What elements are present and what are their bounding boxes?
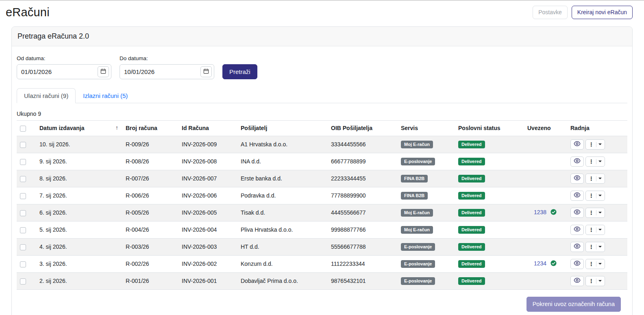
eye-icon	[574, 226, 581, 233]
row-menu-button[interactable]: ⋮	[585, 174, 605, 184]
column-header-date[interactable]: Datum izdavanja ↑	[36, 121, 122, 136]
service-badge: E-poslovanje	[401, 158, 435, 165]
row-checkbox[interactable]	[20, 244, 26, 250]
settings-button[interactable]: Postavke	[533, 6, 568, 19]
table-row: 4. sij 2026. R-003/26 INV-2026-003 HT d.…	[17, 238, 627, 255]
import-selected-button[interactable]: Pokreni uvoz označenih računa	[527, 297, 621, 312]
row-checkbox[interactable]	[20, 278, 26, 285]
column-header-invoice-id: Id Računa	[178, 121, 237, 136]
eye-icon	[574, 209, 581, 216]
eye-icon	[574, 261, 581, 267]
service-badge: E-poslovanje	[401, 277, 435, 285]
service-badge: E-poslovanje	[401, 260, 435, 268]
cell-date: 5. sij 2026.	[36, 221, 122, 238]
invoice-table-body: 10. sij 2026. R-009/26 INV-2026-009 A1 H…	[17, 136, 627, 289]
status-badge: Delivered	[458, 277, 485, 285]
cell-oib: 11122233344	[328, 255, 398, 272]
search-card-body: Od datuma: Do datuma:	[12, 46, 632, 315]
to-date-input-group	[120, 64, 214, 79]
view-button[interactable]	[570, 242, 584, 252]
column-header-actions: Radnja	[567, 121, 627, 136]
tab-outgoing-invoices[interactable]: Izlazni računi (5)	[76, 88, 135, 103]
menu-divider	[596, 261, 596, 267]
cell-service: E-poslovanje	[398, 272, 455, 289]
row-checkbox[interactable]	[20, 227, 26, 233]
cell-sender: Podravka d.d.	[237, 187, 328, 204]
cell-invoice-id: INV-2026-003	[178, 238, 237, 255]
cell-service: Moj E-račun	[398, 136, 455, 153]
cell-number: R-001/26	[122, 272, 178, 289]
menu-divider	[596, 227, 596, 232]
from-calendar-button[interactable]	[98, 66, 109, 77]
select-all-checkbox[interactable]	[20, 126, 26, 132]
status-badge: Delivered	[458, 192, 485, 200]
tab-incoming-invoices[interactable]: Ulazni računi (9)	[17, 88, 76, 103]
table-row: 7. sij 2026. R-006/26 INV-2026-006 Podra…	[17, 187, 627, 204]
row-menu-button[interactable]: ⋮	[585, 242, 605, 252]
cell-service: E-poslovanje	[398, 153, 455, 170]
row-menu-button[interactable]: ⋮	[585, 191, 605, 201]
to-date-input[interactable]	[120, 68, 200, 75]
row-checkbox[interactable]	[20, 193, 26, 199]
eye-icon	[574, 243, 581, 250]
row-menu-button[interactable]: ⋮	[585, 139, 605, 150]
view-button[interactable]	[570, 139, 584, 150]
status-badge: Delivered	[458, 209, 485, 217]
eye-icon	[574, 192, 581, 199]
cell-actions: ⋮	[567, 238, 627, 255]
sort-ascending-icon[interactable]: ↑	[115, 124, 118, 131]
row-checkbox[interactable]	[20, 210, 26, 216]
cell-invoice-id: INV-2026-001	[178, 272, 237, 289]
status-badge: Delivered	[458, 243, 485, 251]
cell-number: R-002/26	[122, 255, 178, 272]
row-checkbox[interactable]	[20, 261, 26, 267]
tabs: Ulazni računi (9) Izlazni računi (5)	[17, 88, 627, 103]
table-row: 3. sij 2026. R-002/26 INV-2026-002 Konzu…	[17, 255, 627, 272]
view-button[interactable]	[570, 156, 584, 167]
search-card-title: Pretraga eRačuna 2.0	[12, 27, 632, 46]
cell-actions: ⋮	[567, 153, 627, 170]
row-menu-button[interactable]: ⋮	[585, 156, 605, 167]
from-date-input[interactable]	[17, 68, 98, 75]
imported-count-link[interactable]: 1238	[534, 209, 546, 215]
view-button[interactable]	[570, 225, 584, 235]
row-menu-button[interactable]: ⋮	[585, 208, 605, 218]
imported-count-link[interactable]: 1234	[534, 260, 546, 267]
cell-oib: 99988877766	[328, 221, 398, 238]
cell-oib: 33344455566	[328, 136, 398, 153]
row-checkbox[interactable]	[20, 142, 26, 148]
create-invoice-button[interactable]: Kreiraj novi eRačun	[572, 6, 633, 19]
view-button[interactable]	[570, 259, 584, 269]
column-header-number: Broj računa	[122, 121, 178, 136]
imported-check-icon	[550, 260, 557, 267]
cell-invoice-id: INV-2026-009	[178, 136, 237, 153]
search-form: Od datuma: Do datuma:	[17, 55, 627, 79]
from-date-input-group	[17, 64, 111, 79]
eye-icon	[574, 175, 581, 182]
eye-icon	[574, 158, 581, 165]
menu-divider	[596, 142, 596, 147]
cell-oib: 22233344455	[328, 170, 398, 187]
cell-imported	[524, 153, 567, 170]
chevron-down-icon	[598, 263, 602, 265]
row-menu-button[interactable]: ⋮	[585, 259, 605, 269]
row-checkbox[interactable]	[20, 176, 26, 182]
view-button[interactable]	[570, 208, 584, 218]
cell-actions: ⋮	[567, 272, 627, 289]
row-checkbox[interactable]	[20, 159, 26, 165]
cell-invoice-id: INV-2026-004	[178, 221, 237, 238]
row-menu-button[interactable]: ⋮	[585, 225, 605, 235]
row-menu-button[interactable]: ⋮	[585, 276, 605, 286]
table-footer: Pokreni uvoz označenih računa	[17, 297, 627, 312]
column-header-imported: Uvezeno	[524, 121, 567, 136]
to-calendar-button[interactable]	[200, 66, 212, 77]
column-header-service: Servis	[398, 121, 455, 136]
cell-oib: 98765432101	[328, 272, 398, 289]
view-button[interactable]	[570, 191, 584, 201]
cell-status: Delivered	[455, 187, 524, 204]
cell-invoice-id: INV-2026-005	[178, 204, 237, 221]
search-button[interactable]: Pretraži	[222, 64, 257, 79]
status-badge: Delivered	[458, 260, 485, 268]
view-button[interactable]	[570, 174, 584, 184]
view-button[interactable]	[570, 276, 584, 286]
